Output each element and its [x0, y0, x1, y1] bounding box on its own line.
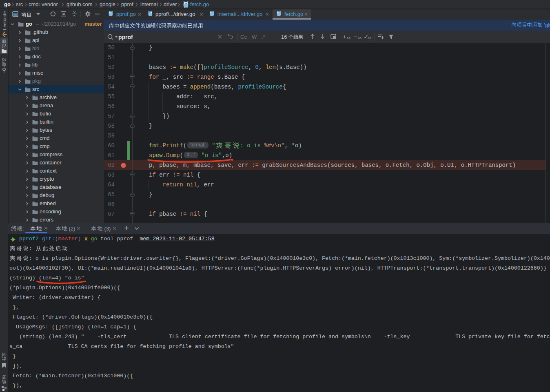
svg-text:Leetcode: Leetcode — [2, 11, 7, 30]
